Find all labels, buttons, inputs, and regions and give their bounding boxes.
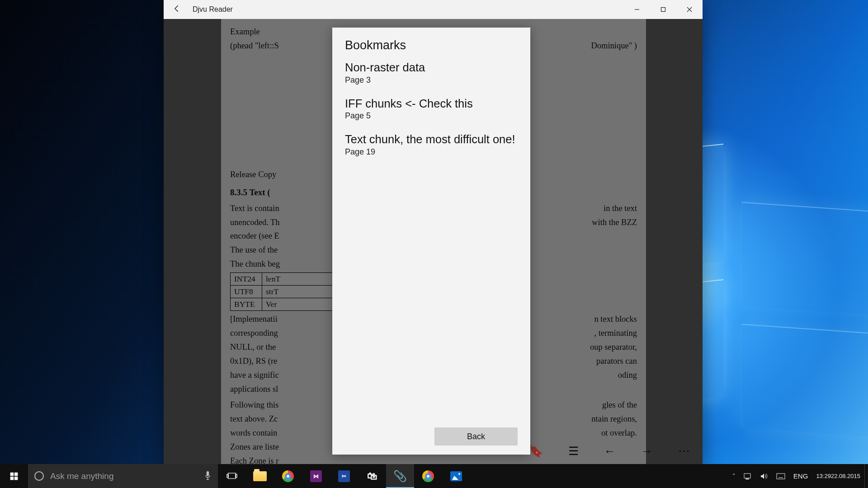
bookmark-title: Non-raster data [345, 61, 518, 75]
window-close-button[interactable] [676, 0, 703, 19]
tray-date: 22.08.2015 [831, 473, 860, 480]
svg-rect-6 [10, 476, 14, 480]
titlebar-back-button[interactable] [164, 4, 191, 15]
taskbar: ⋈ ✂ 🛍 📎 ˄ ENG 13:29 22.08.2015 [0, 464, 868, 488]
taskbar-search[interactable] [28, 464, 218, 488]
window-minimize-button[interactable] [624, 0, 650, 19]
tray-volume-icon[interactable] [756, 464, 772, 488]
chrome-icon [282, 470, 294, 482]
chrome-icon [422, 470, 434, 482]
tray-clock[interactable]: 13:29 22.08.2015 [812, 464, 864, 488]
bookmark-title: IFF chunks <- Check this [345, 97, 518, 111]
tray-language[interactable]: ENG [789, 464, 812, 488]
cortana-icon [34, 471, 44, 481]
search-input[interactable] [50, 471, 198, 481]
taskbar-apps: ⋈ ✂ 🛍 📎 [246, 464, 470, 488]
bookmark-page: Page 3 [345, 75, 518, 85]
visual-studio-icon: ⋈ [310, 470, 322, 482]
bookmark-item[interactable]: Text chunk, the most difficult one! Page… [345, 132, 518, 157]
paperclip-icon: 📎 [394, 470, 406, 482]
taskbar-app-photos[interactable] [442, 464, 470, 488]
titlebar: Djvu Reader [164, 0, 703, 19]
snip-icon: ✂ [338, 470, 350, 482]
tray-overflow-button[interactable]: ˄ [728, 464, 740, 488]
bookmarks-back-button[interactable]: Back [434, 427, 518, 446]
taskbar-app-visual-studio[interactable]: ⋈ [302, 464, 330, 488]
folder-icon [253, 471, 267, 481]
svg-rect-13 [745, 479, 749, 479]
wallpaper-pane [741, 324, 868, 440]
svg-rect-9 [228, 473, 236, 479]
bookmarks-heading: Bookmarks [345, 38, 518, 52]
svg-rect-5 [14, 472, 18, 476]
bookmarks-flyout: Bookmarks Non-raster data Page 3 IFF chu… [332, 28, 530, 455]
svg-rect-14 [777, 474, 785, 479]
svg-rect-4 [10, 472, 14, 476]
window-maximize-button[interactable] [650, 0, 676, 19]
bookmark-page: Page 19 [345, 147, 518, 157]
taskbar-app-store[interactable]: 🛍 [358, 464, 386, 488]
taskbar-app-file-explorer[interactable] [246, 464, 274, 488]
taskbar-app-chrome[interactable] [274, 464, 302, 488]
task-view-button[interactable] [218, 464, 246, 488]
show-desktop-button[interactable] [864, 464, 868, 488]
svg-rect-11 [236, 474, 237, 477]
bookmark-item[interactable]: IFF chunks <- Check this Page 5 [345, 97, 518, 121]
svg-rect-7 [14, 476, 18, 480]
svg-rect-1 [661, 8, 665, 12]
tray-time: 13:29 [816, 473, 831, 480]
photos-icon [450, 471, 462, 481]
microphone-icon[interactable] [204, 470, 212, 482]
taskbar-app-attachments[interactable]: 📎 [386, 464, 414, 488]
system-tray: ˄ ENG 13:29 22.08.2015 [728, 464, 868, 488]
bookmark-title: Text chunk, the most difficult one! [345, 132, 518, 146]
bookmark-item[interactable]: Non-raster data Page 3 [345, 61, 518, 85]
svg-rect-10 [227, 474, 228, 477]
bookmark-page: Page 5 [345, 111, 518, 121]
app-title: Djvu Reader [191, 5, 233, 14]
taskbar-app-snipping-tool[interactable]: ✂ [330, 464, 358, 488]
wallpaper-pane [741, 202, 868, 318]
tray-network-icon[interactable] [740, 464, 756, 488]
taskbar-app-chrome-2[interactable] [414, 464, 442, 488]
start-button[interactable] [0, 464, 28, 488]
svg-rect-12 [744, 474, 750, 478]
store-icon: 🛍 [366, 470, 378, 482]
tray-keyboard-icon[interactable] [772, 464, 789, 488]
svg-rect-8 [207, 471, 209, 476]
